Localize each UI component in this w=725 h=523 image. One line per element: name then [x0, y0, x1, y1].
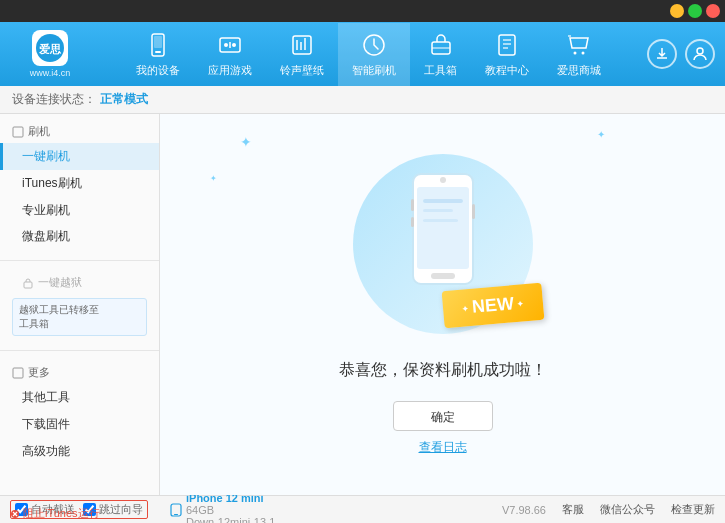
- sidebar-jailbreak-note: 越狱工具已转移至工具箱: [12, 298, 147, 336]
- no-itunes-label: 阻止iTunes运行: [23, 506, 100, 521]
- sidebar-jailbreak-header: 一键越狱: [0, 271, 159, 294]
- minimize-button[interactable]: [670, 4, 684, 18]
- nav-toolbox[interactable]: 工具箱: [410, 23, 471, 86]
- sidebar: 刷机 一键刷机 iTunes刷机 专业刷机 微盘刷机 一键越狱: [0, 114, 160, 495]
- download-button[interactable]: [647, 39, 677, 69]
- toolbox-icon: [427, 31, 455, 59]
- tutorial-icon: [493, 31, 521, 59]
- via-wizard-label: 跳过向导: [99, 502, 143, 517]
- svg-rect-33: [423, 219, 458, 222]
- customer-service-link[interactable]: 客服: [562, 502, 584, 517]
- sidebar-item-one-click[interactable]: 一键刷机: [0, 143, 159, 170]
- sidebar-advanced-label: 高级功能: [22, 444, 70, 458]
- sidebar-flash-header-label: 刷机: [28, 124, 50, 139]
- header: 爱思 www.i4.cn 我的设备: [0, 22, 725, 86]
- apps-games-icon: [216, 31, 244, 59]
- status-value: 正常模式: [100, 91, 148, 108]
- sidebar-item-download-fw[interactable]: 下载固件: [0, 411, 159, 438]
- svg-rect-3: [155, 51, 161, 53]
- smart-flash-icon: [360, 31, 388, 59]
- check-update-link[interactable]: 检查更新: [671, 502, 715, 517]
- svg-point-7: [232, 43, 236, 47]
- svg-rect-16: [499, 35, 515, 55]
- nav-shop-label: 爱思商城: [557, 63, 601, 78]
- svg-point-21: [582, 51, 585, 54]
- sidebar-itunes-label: iTunes刷机: [22, 176, 82, 190]
- content-area: ✦ ✦ ✦: [160, 114, 725, 495]
- sidebar-one-click-label: 一键刷机: [22, 149, 70, 163]
- nav-smart-flash[interactable]: 智能刷机: [338, 23, 410, 86]
- maximize-button[interactable]: [688, 4, 702, 18]
- nav-toolbox-label: 工具箱: [424, 63, 457, 78]
- nav-shop[interactable]: 爱思商城: [543, 23, 615, 86]
- svg-point-23: [697, 48, 703, 54]
- sidebar-pro-label: 专业刷机: [22, 203, 70, 217]
- nav-ringtone[interactable]: 铃声壁纸: [266, 23, 338, 86]
- svg-point-6: [224, 43, 228, 47]
- confirm-button[interactable]: 确定: [393, 401, 493, 431]
- sidebar-item-other-tools[interactable]: 其他工具: [0, 384, 159, 411]
- new-banner: NEW: [441, 282, 544, 328]
- nav-my-device-label: 我的设备: [136, 63, 180, 78]
- svg-rect-36: [472, 204, 475, 219]
- sidebar-item-itunes[interactable]: iTunes刷机: [0, 170, 159, 197]
- device-storage: 64GB: [186, 504, 275, 516]
- svg-rect-29: [431, 273, 455, 279]
- logo-icon: 爱思: [32, 30, 68, 66]
- sidebar-item-advanced[interactable]: 高级功能: [0, 438, 159, 465]
- nav-apps-games[interactable]: 应用游戏: [194, 23, 266, 86]
- svg-rect-9: [293, 36, 311, 54]
- shop-icon: [565, 31, 593, 59]
- svg-rect-38: [174, 514, 178, 515]
- svg-rect-25: [24, 282, 32, 288]
- nav-apps-games-label: 应用游戏: [208, 63, 252, 78]
- svg-rect-26: [13, 368, 23, 378]
- view-log-button[interactable]: 查看日志: [419, 439, 467, 456]
- sidebar-section-header-flash: 刷机: [0, 120, 159, 143]
- nav-tutorial-label: 教程中心: [485, 63, 529, 78]
- header-right: [647, 39, 715, 69]
- svg-rect-35: [411, 217, 414, 227]
- logo[interactable]: 爱思 www.i4.cn: [10, 30, 90, 78]
- sidebar-item-pro[interactable]: 专业刷机: [0, 197, 159, 224]
- svg-rect-24: [13, 127, 23, 137]
- svg-rect-34: [411, 199, 414, 211]
- sidebar-restore-label: 微盘刷机: [22, 229, 70, 243]
- sidebar-item-restore[interactable]: 微盘刷机: [0, 223, 159, 250]
- bottom-bar: 自动截送 跳过向导 iPhone 12 mini 64GB Down-12min…: [0, 495, 725, 523]
- nav-bar: 我的设备 应用游戏 铃声壁纸: [90, 23, 647, 86]
- sidebar-other-tools-label: 其他工具: [22, 390, 70, 404]
- sidebar-section-header-more: 更多: [0, 361, 159, 384]
- title-bar: [0, 0, 725, 22]
- logo-url: www.i4.cn: [30, 68, 71, 78]
- status-label: 设备连接状态：: [12, 91, 96, 108]
- sparkle-3: ✦: [210, 174, 217, 183]
- sidebar-section-flash: 刷机 一键刷机 iTunes刷机 专业刷机 微盘刷机: [0, 114, 159, 256]
- sidebar-more-header-label: 更多: [28, 365, 50, 380]
- status-bar: 设备连接状态： 正常模式: [0, 86, 725, 114]
- close-button[interactable]: [706, 4, 720, 18]
- sparkle-2: ✦: [597, 129, 605, 140]
- sidebar-section-more: 更多 其他工具 下载固件 高级功能: [0, 355, 159, 470]
- nav-my-device[interactable]: 我的设备: [122, 23, 194, 86]
- nav-ringtone-label: 铃声壁纸: [280, 63, 324, 78]
- ringtone-icon: [288, 31, 316, 59]
- nav-smart-flash-label: 智能刷机: [352, 63, 396, 78]
- svg-rect-31: [423, 199, 463, 203]
- device-version: Down-12mini-13.1: [186, 516, 275, 524]
- no-itunes-area: 阻止iTunes运行: [10, 506, 100, 521]
- sparkle-1: ✦: [240, 134, 252, 150]
- main-layout: 刷机 一键刷机 iTunes刷机 专业刷机 微盘刷机 一键越狱: [0, 114, 725, 495]
- my-device-icon: [144, 31, 172, 59]
- wechat-link[interactable]: 微信公众号: [600, 502, 655, 517]
- sidebar-jailbreak-label: 一键越狱: [38, 275, 82, 290]
- svg-text:爱思: 爱思: [39, 43, 62, 55]
- nav-tutorial[interactable]: 教程中心: [471, 23, 543, 86]
- phone-illustration: NEW: [343, 154, 543, 344]
- svg-rect-4: [154, 36, 162, 48]
- device-info: iPhone 12 mini 64GB Down-12mini-13.1: [170, 492, 275, 524]
- user-button[interactable]: [685, 39, 715, 69]
- svg-point-20: [574, 51, 577, 54]
- sidebar-divider-2: [0, 350, 159, 351]
- app-version: V7.98.66: [502, 504, 546, 516]
